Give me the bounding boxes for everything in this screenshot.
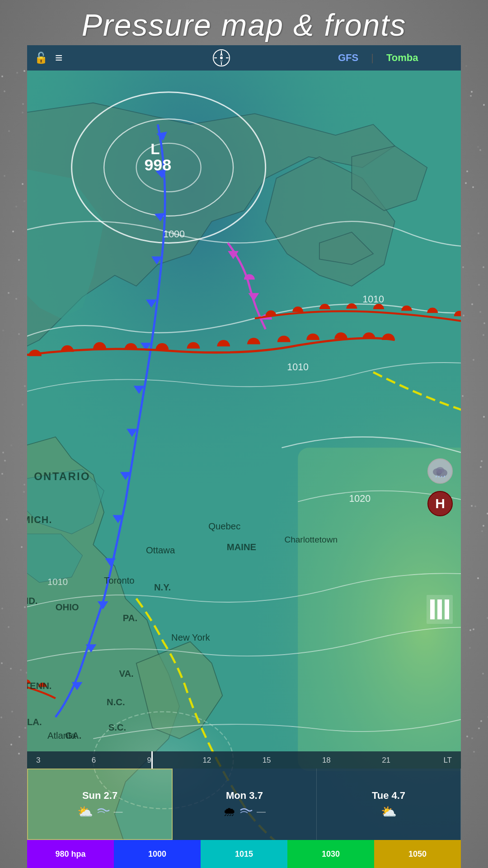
app-container: Pressure map & fronts 🔓 ≡: [27, 0, 461, 868]
model-tomba-tab[interactable]: Tomba: [374, 49, 431, 66]
day-2-label: Tue 4.7: [372, 790, 405, 802]
app-title: Pressure map & fronts: [82, 7, 406, 42]
svg-text:New York: New York: [171, 632, 210, 642]
weather-station-h[interactable]: H: [427, 491, 453, 516]
day-0-dash: —: [114, 807, 123, 817]
svg-line-62: [438, 476, 439, 477]
bar-line-2: [437, 599, 442, 619]
pressure-1030-label: 1030: [322, 849, 340, 859]
day-1-icons: 🌧 —: [223, 804, 266, 819]
svg-text:Charlottetown: Charlottetown: [284, 535, 338, 544]
day-2-icons: ⛅: [381, 804, 397, 819]
svg-marker-6: [220, 52, 223, 56]
pressure-1015-label: 1015: [235, 849, 253, 859]
forecast-day-2[interactable]: Tue 4.7 ⛅: [317, 769, 461, 840]
bar-line-3: [445, 599, 449, 619]
svg-text:Toronto: Toronto: [104, 576, 135, 585]
pressure-980: 980 hpa: [27, 840, 114, 868]
nav-right: GFS | Tomba: [325, 49, 461, 66]
timeline-bar[interactable]: 3 6 9 12 15 18 21 LT: [27, 751, 461, 769]
forecast-day-1[interactable]: Mon 3.7 🌧 —: [173, 769, 317, 840]
forecast-bar: Sun 2.7 ⛅ — Mon 3.7: [27, 769, 461, 840]
svg-text:MICH.: MICH.: [27, 514, 52, 525]
svg-text:ONTARIO: ONTARIO: [34, 470, 90, 482]
map-wrapper: 🔓 ≡ GFS | Tomba: [27, 45, 461, 868]
pressure-1015: 1015: [201, 840, 287, 868]
svg-text:Quebec: Quebec: [208, 521, 240, 531]
nav-bar: 🔓 ≡ GFS | Tomba: [27, 45, 461, 71]
svg-text:Atlanta: Atlanta: [47, 731, 76, 741]
svg-text:1020: 1020: [349, 493, 371, 504]
day-0-wind: [97, 806, 110, 817]
pressure-scale: 980 hpa 1000 1015 1030 1050: [27, 840, 461, 868]
pressure-1050-label: 1050: [408, 849, 427, 859]
svg-text:1010: 1010: [47, 577, 68, 587]
day-2-weather: ⛅: [381, 804, 397, 819]
pressure-1050: 1050: [374, 840, 461, 868]
svg-text:998: 998: [144, 156, 171, 174]
bars-icon[interactable]: [427, 595, 453, 624]
day-0-weather: ⛅: [77, 804, 93, 819]
forecast-day-0[interactable]: Sun 2.7 ⛅ —: [27, 769, 173, 840]
svg-text:PA.: PA.: [123, 613, 137, 623]
weather-station-cloud[interactable]: [427, 458, 453, 484]
map-svg: 1000 1010 1010 1020 1010 L 998 ONTARIO M…: [27, 71, 461, 868]
nav-center: [117, 49, 325, 67]
day-0-icons: ⛅ —: [77, 804, 123, 819]
tick-21: 21: [382, 756, 390, 765]
title-bar: Pressure map & fronts: [27, 0, 461, 45]
tick-15: 15: [263, 756, 271, 765]
tick-18: 18: [322, 756, 331, 765]
lock-button[interactable]: 🔓: [34, 52, 48, 64]
station-h-label: H: [435, 496, 445, 511]
menu-button[interactable]: ≡: [55, 51, 62, 65]
tick-lt: LT: [443, 756, 452, 765]
svg-text:Ottawa: Ottawa: [146, 545, 175, 555]
day-1-weather: 🌧: [223, 804, 236, 819]
bar-line-1: [430, 599, 435, 619]
compass-icon: [212, 49, 230, 67]
svg-text:N.C.: N.C.: [107, 697, 125, 707]
svg-point-1: [220, 57, 223, 59]
svg-text:1010: 1010: [362, 294, 384, 305]
svg-text:ALA.: ALA.: [27, 717, 42, 727]
tick-6: 6: [92, 756, 96, 765]
svg-text:N.Y.: N.Y.: [154, 582, 171, 592]
day-1-label: Mon 3.7: [226, 790, 263, 802]
timeline-cursor[interactable]: [151, 751, 153, 769]
pressure-980-label: 980 hpa: [55, 849, 85, 859]
tick-12: 12: [202, 756, 211, 765]
svg-text:IND.: IND.: [27, 596, 38, 606]
svg-text:1010: 1010: [287, 362, 309, 373]
tick-9: 9: [147, 756, 151, 765]
map-canvas[interactable]: 1000 1010 1010 1020 1010 L 998 ONTARIO M…: [27, 71, 461, 868]
svg-text:1000: 1000: [163, 229, 185, 240]
svg-line-61: [436, 476, 436, 477]
day-0-label: Sun 2.7: [82, 790, 117, 802]
pressure-1000-label: 1000: [148, 849, 166, 859]
nav-left: 🔓 ≡: [27, 51, 117, 65]
svg-point-60: [436, 467, 444, 473]
svg-text:VA.: VA.: [119, 669, 133, 679]
model-gfs-tab[interactable]: GFS: [325, 49, 371, 66]
tick-3: 3: [36, 756, 40, 765]
pressure-1030: 1030: [287, 840, 374, 868]
svg-text:S.C.: S.C.: [108, 722, 126, 732]
svg-marker-7: [220, 60, 223, 64]
pressure-1000: 1000: [114, 840, 201, 868]
day-1-dash: —: [257, 807, 266, 817]
svg-text:L: L: [150, 141, 160, 157]
day-1-wind: [239, 806, 253, 817]
svg-text:MAINE: MAINE: [227, 542, 256, 552]
svg-text:OHIO: OHIO: [56, 602, 79, 612]
svg-text:TENN.: TENN.: [27, 681, 52, 691]
